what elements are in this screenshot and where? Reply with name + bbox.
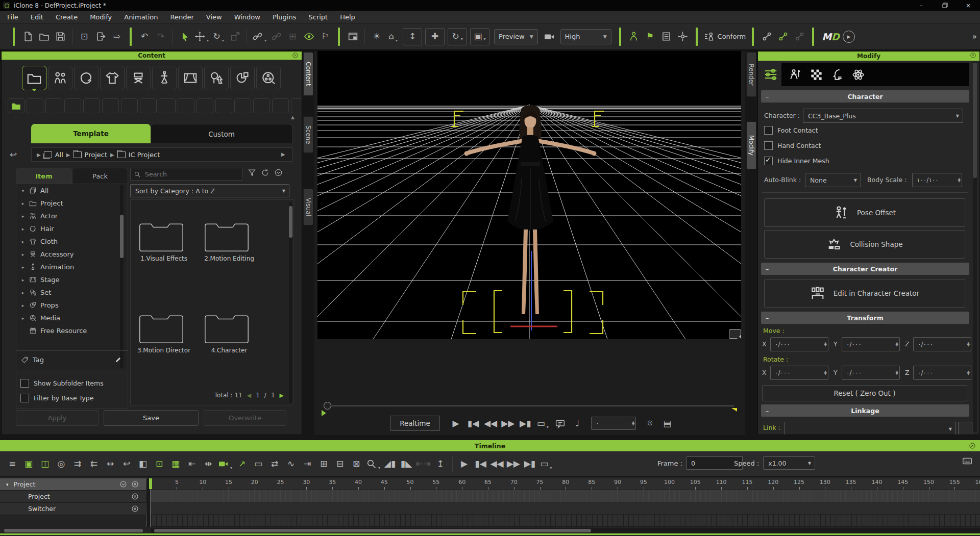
tag-row[interactable]: Tag <box>16 350 128 369</box>
link-browse-button[interactable] <box>958 422 972 435</box>
go-to-end-button[interactable]: ▶▮ <box>519 414 532 432</box>
option-checkbox[interactable]: Hide Inner Mesh <box>764 157 829 165</box>
menu-view[interactable]: View <box>206 13 222 21</box>
search-input[interactable] <box>144 170 228 178</box>
option-checkbox[interactable]: Hand Contact <box>764 141 829 150</box>
tree-expander-icon[interactable]: ▸ <box>20 316 26 321</box>
viewport-page-icon[interactable] <box>729 329 741 339</box>
modify-scrollbar-thumb[interactable] <box>973 63 977 178</box>
scale-tool-icon[interactable] <box>228 28 241 46</box>
folder-item[interactable]: 1.Visual Effects <box>137 219 191 262</box>
move-x-field[interactable]: ٠/٠٠٠▲▼ <box>770 337 828 351</box>
category-hair-button[interactable] <box>74 66 99 90</box>
tree-item[interactable]: ▸ Cloth <box>16 235 128 248</box>
camera-track-icon[interactable]: ▾ <box>218 455 232 473</box>
side-tab-content[interactable]: Content <box>303 52 313 96</box>
unlink-icon[interactable] <box>270 28 283 46</box>
zoom-tool-icon[interactable]: ▾ <box>366 455 380 473</box>
close-icon[interactable] <box>292 52 299 59</box>
character-pose-icon[interactable] <box>627 28 641 46</box>
render-settings-icon[interactable]: ☼ <box>643 414 656 432</box>
orbit-view-icon[interactable]: ↻ ▾ <box>448 28 467 45</box>
track-options-icon[interactable] <box>119 480 127 488</box>
minimize-button[interactable]: – <box>910 0 933 11</box>
remove-track-icon[interactable]: ⊟ <box>333 455 347 473</box>
folder-item[interactable]: 3.Motion Director <box>137 311 191 354</box>
flag-icon[interactable]: ⚑ <box>644 28 657 46</box>
caption-icon[interactable] <box>553 414 567 432</box>
group-separator[interactable] <box>696 28 698 46</box>
frame-view-icon[interactable]: ▣ ▾ <box>470 28 489 45</box>
redo-icon[interactable]: ↷ <box>154 28 167 46</box>
menu-file[interactable]: File <box>7 13 18 21</box>
subtype-slot[interactable] <box>102 98 119 113</box>
section-transform[interactable]: –Transform <box>761 312 969 324</box>
loop-button[interactable]: ▭ ▾ <box>536 414 549 432</box>
extend-icon[interactable]: ⇥ <box>301 455 314 473</box>
track-remove-icon[interactable] <box>131 480 139 488</box>
separator[interactable] <box>173 29 173 44</box>
folder-item[interactable]: 2.Motion Editing <box>202 219 256 262</box>
range-end-marker[interactable] <box>728 408 737 412</box>
next-page-icon[interactable]: ▶ <box>280 392 284 399</box>
tree-expander-icon[interactable]: ▸ <box>20 226 26 232</box>
subtype-slot[interactable] <box>83 98 100 113</box>
tree-expander-icon[interactable]: ▸ <box>20 214 26 219</box>
overwrite-button[interactable]: Overwrite <box>204 410 286 426</box>
time-scrubber-track[interactable] <box>327 405 734 406</box>
collapse-icon[interactable]: – <box>766 407 769 415</box>
menu-help[interactable]: Help <box>340 13 355 21</box>
modify-sliders-tab-icon[interactable] <box>763 67 778 82</box>
subtype-slot[interactable] <box>27 98 43 113</box>
track-list-scrollbar[interactable] <box>4 529 143 532</box>
tree-scrollbar-thumb[interactable] <box>120 215 124 258</box>
timeline-menu-icon[interactable]: ≡ <box>6 455 19 473</box>
edit-tag-icon[interactable] <box>114 356 122 364</box>
category-animation-button[interactable] <box>152 66 177 90</box>
lane-project[interactable] <box>151 502 980 515</box>
frame-counter-field[interactable]: ٠ ▲▼ <box>591 417 636 430</box>
grid-settings-icon[interactable]: ▤ <box>660 414 674 432</box>
quality-dropdown[interactable]: High▼ <box>560 29 611 44</box>
preview-mode-dropdown[interactable]: Preview▼ <box>494 29 538 44</box>
side-tab-scene[interactable]: Scene <box>303 116 313 153</box>
prev-page-icon[interactable]: ◀ <box>247 392 251 399</box>
group-separator[interactable] <box>130 28 132 46</box>
collapse-icon[interactable]: – <box>766 265 769 273</box>
attach-icon[interactable]: ⊞ <box>286 28 299 46</box>
speed-dropdown[interactable]: x1.00 <box>763 456 815 470</box>
next-frame-button[interactable]: ▶▶ <box>501 414 514 432</box>
rotate-y-field[interactable]: ٠/٠٠٠▲▼ <box>842 366 900 380</box>
tl-go-end-button[interactable]: ▶▮ <box>523 455 536 473</box>
section-character-creator[interactable]: –Character Creator <box>761 263 969 275</box>
subtype-slot[interactable] <box>253 98 270 113</box>
category-props-button[interactable] <box>230 66 255 90</box>
option-checkbox[interactable]: Filter by Base Type <box>20 394 128 402</box>
subtype-slot[interactable] <box>140 98 157 113</box>
expand-icon[interactable]: ↔ <box>104 455 117 473</box>
move-tool-icon[interactable]: ▾ <box>194 28 209 46</box>
playhead-marker[interactable] <box>149 478 152 489</box>
menu-plugins[interactable]: Plugins <box>273 13 297 21</box>
time-scrubber-knob[interactable] <box>324 402 331 410</box>
tree-item[interactable]: ▸ Stage <box>16 273 128 286</box>
tree-expander-icon[interactable]: ▸ <box>20 290 26 295</box>
folder-item[interactable]: 4.Character <box>202 311 256 354</box>
collapse-icon[interactable]: – <box>766 93 769 100</box>
tab-pack[interactable]: Pack <box>72 168 128 184</box>
move-y-field[interactable]: ٠/٠٠٠▲▼ <box>842 337 900 351</box>
collision-shape-button[interactable]: Collision Shape <box>764 230 965 259</box>
category-stage-button[interactable] <box>178 66 203 90</box>
collect-clip-icon[interactable]: ⊠ <box>350 455 363 473</box>
category-set-button[interactable] <box>204 66 229 90</box>
pan-view-icon[interactable]: ✚ <box>425 28 445 45</box>
rotate-z-field[interactable]: ٠/٠٠٠▲▼ <box>913 366 971 380</box>
stepper-arrows[interactable]: ▲▼ <box>632 417 634 429</box>
save-button[interactable]: Save <box>104 410 199 426</box>
material-checker-tab-icon[interactable] <box>810 68 823 82</box>
tree-item[interactable]: ▸ Set <box>16 286 128 299</box>
group-separator[interactable] <box>752 28 754 46</box>
breadcrumb-item[interactable]: ▶ Project <box>66 151 107 159</box>
subtype-slot[interactable] <box>234 98 251 113</box>
next-edit-icon[interactable]: ⇉ <box>71 455 84 473</box>
